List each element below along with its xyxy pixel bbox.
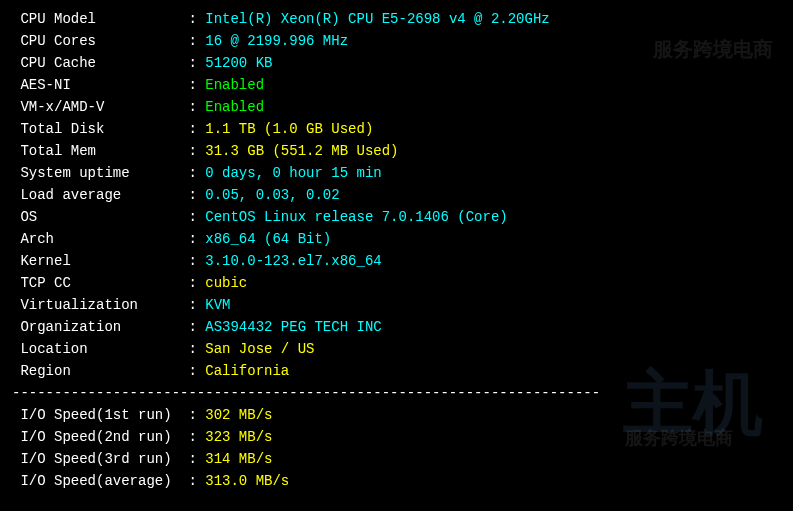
colon-separator: : (188, 473, 205, 489)
info-value: 1.1 TB (1.0 GB Used) (205, 121, 373, 137)
info-label: Organization (12, 319, 188, 335)
info-value: 302 MB/s (205, 407, 272, 423)
terminal-output: CPU Model : Intel(R) Xeon(R) CPU E5-2698… (12, 8, 781, 492)
info-value: 16 @ 2199.996 MHz (205, 33, 348, 49)
info-value: cubic (205, 275, 247, 291)
info-label: AES-NI (12, 77, 188, 93)
info-label: Location (12, 341, 188, 357)
info-value: AS394432 PEG TECH INC (205, 319, 381, 335)
colon-separator: : (188, 11, 205, 27)
info-row: Location : San Jose / US (12, 338, 781, 360)
info-label: VM-x/AMD-V (12, 99, 188, 115)
colon-separator: : (188, 319, 205, 335)
info-value: California (205, 363, 289, 379)
info-row: Virtualization : KVM (12, 294, 781, 316)
colon-separator: : (188, 33, 205, 49)
colon-separator: : (188, 165, 205, 181)
info-value: 31.3 GB (551.2 MB Used) (205, 143, 398, 159)
info-value: Enabled (205, 99, 264, 115)
info-row: CPU Cache : 51200 KB (12, 52, 781, 74)
info-value: CentOS Linux release 7.0.1406 (Core) (205, 209, 507, 225)
info-value: 0.05, 0.03, 0.02 (205, 187, 339, 203)
system-info-block: CPU Model : Intel(R) Xeon(R) CPU E5-2698… (12, 8, 781, 382)
io-speed-block: I/O Speed(1st run) : 302 MB/s I/O Speed(… (12, 404, 781, 492)
info-row: Organization : AS394432 PEG TECH INC (12, 316, 781, 338)
info-row: I/O Speed(2nd run) : 323 MB/s (12, 426, 781, 448)
colon-separator: : (188, 341, 205, 357)
info-row: I/O Speed(1st run) : 302 MB/s (12, 404, 781, 426)
colon-separator: : (188, 77, 205, 93)
info-label: System uptime (12, 165, 188, 181)
info-row: AES-NI : Enabled (12, 74, 781, 96)
colon-separator: : (188, 429, 205, 445)
colon-separator: : (188, 209, 205, 225)
info-row: OS : CentOS Linux release 7.0.1406 (Core… (12, 206, 781, 228)
info-row: Load average : 0.05, 0.03, 0.02 (12, 184, 781, 206)
colon-separator: : (188, 451, 205, 467)
info-value: Enabled (205, 77, 264, 93)
info-value: 51200 KB (205, 55, 272, 71)
info-value: 0 days, 0 hour 15 min (205, 165, 381, 181)
info-row: I/O Speed(average) : 313.0 MB/s (12, 470, 781, 492)
info-label: I/O Speed(average) (12, 473, 188, 489)
info-label: TCP CC (12, 275, 188, 291)
info-row: System uptime : 0 days, 0 hour 15 min (12, 162, 781, 184)
info-label: Region (12, 363, 188, 379)
info-label: Virtualization (12, 297, 188, 313)
info-label: Arch (12, 231, 188, 247)
info-row: CPU Cores : 16 @ 2199.996 MHz (12, 30, 781, 52)
info-value: KVM (205, 297, 230, 313)
info-label: Load average (12, 187, 188, 203)
info-value: 323 MB/s (205, 429, 272, 445)
info-value: 313.0 MB/s (205, 473, 289, 489)
info-label: CPU Model (12, 11, 188, 27)
info-row: VM-x/AMD-V : Enabled (12, 96, 781, 118)
info-label: I/O Speed(1st run) (12, 407, 188, 423)
info-row: Arch : x86_64 (64 Bit) (12, 228, 781, 250)
info-row: Total Mem : 31.3 GB (551.2 MB Used) (12, 140, 781, 162)
colon-separator: : (188, 407, 205, 423)
info-value: x86_64 (64 Bit) (205, 231, 331, 247)
info-label: OS (12, 209, 188, 225)
info-label: I/O Speed(2nd run) (12, 429, 188, 445)
colon-separator: : (188, 121, 205, 137)
info-value: 3.10.0-123.el7.x86_64 (205, 253, 381, 269)
info-row: I/O Speed(3rd run) : 314 MB/s (12, 448, 781, 470)
colon-separator: : (188, 275, 205, 291)
info-value: Intel(R) Xeon(R) CPU E5-2698 v4 @ 2.20GH… (205, 11, 549, 27)
info-label: Total Mem (12, 143, 188, 159)
info-row: Region : California (12, 360, 781, 382)
colon-separator: : (188, 253, 205, 269)
colon-separator: : (188, 187, 205, 203)
info-value: 314 MB/s (205, 451, 272, 467)
info-row: CPU Model : Intel(R) Xeon(R) CPU E5-2698… (12, 8, 781, 30)
info-row: TCP CC : cubic (12, 272, 781, 294)
info-row: Kernel : 3.10.0-123.el7.x86_64 (12, 250, 781, 272)
colon-separator: : (188, 143, 205, 159)
info-label: CPU Cache (12, 55, 188, 71)
info-label: I/O Speed(3rd run) (12, 451, 188, 467)
divider-line: ----------------------------------------… (12, 382, 781, 404)
colon-separator: : (188, 55, 205, 71)
info-row: Total Disk : 1.1 TB (1.0 GB Used) (12, 118, 781, 140)
info-label: CPU Cores (12, 33, 188, 49)
colon-separator: : (188, 363, 205, 379)
colon-separator: : (188, 297, 205, 313)
colon-separator: : (188, 231, 205, 247)
info-value: San Jose / US (205, 341, 314, 357)
colon-separator: : (188, 99, 205, 115)
info-label: Kernel (12, 253, 188, 269)
info-label: Total Disk (12, 121, 188, 137)
